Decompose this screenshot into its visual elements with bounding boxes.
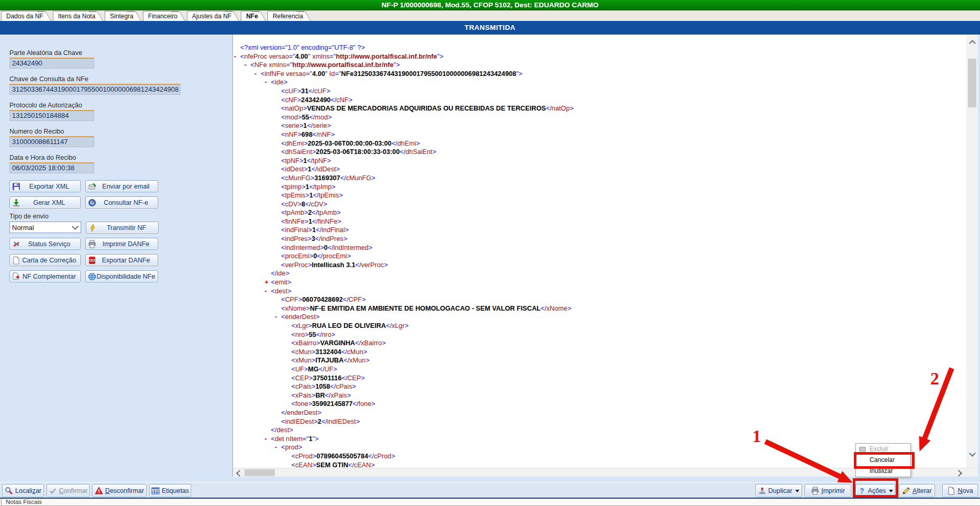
xml-collapse-marker[interactable]: - [265, 78, 267, 87]
printer-icon [811, 487, 819, 495]
xml-line: <nro>55</nro> [233, 331, 965, 339]
tab-label: Financeiro [148, 13, 177, 20]
xml-line: <serie>1</serie> [233, 122, 965, 130]
xml-line: <?xml version="1.0" encoding="UTF-8" ?> [233, 43, 965, 52]
field-label-parte-aleatoria: Parte Aleatória da Chave [9, 49, 232, 58]
xml-line: <indPres>3</indPres> [233, 235, 965, 244]
generate-xml-icon [12, 199, 20, 207]
xml-line: <cNF>24342490</cNF> [233, 96, 965, 105]
scroll-up-icon[interactable] [969, 40, 976, 47]
xml-collapse-marker[interactable]: - [244, 61, 247, 70]
xml-line: <procEmi>0</procEmi> [233, 252, 965, 261]
xml-line: -<nfeProc versao="4.00" xmlns="http://ww… [233, 52, 965, 61]
xml-line: <tpNF>1</tpNF> [233, 157, 965, 166]
xml-line: <nNF>698</nNF> [233, 130, 965, 139]
imprimir-danfe-button[interactable]: Imprimir DANFe [85, 238, 158, 250]
status-servico-button[interactable]: Status Serviço [9, 238, 81, 250]
nf-complementar-icon [12, 272, 20, 281]
xml-document: <?xml version="1.0" encoding="UTF-8" ?>-… [233, 35, 965, 468]
tab-financeiro[interactable]: Financeiro [143, 11, 179, 21]
pdf-icon [88, 256, 96, 265]
tipo-de-envio-value: Normal [12, 224, 73, 232]
xml-line: <dhSaiEnt>2025-03-06T18:00:33-03:00</dhS… [233, 148, 965, 157]
xml-collapse-marker[interactable]: - [265, 287, 267, 296]
xml-line: <natOp>VENDAS DE MERCADORIAS ADQUIRIDAS … [233, 104, 965, 113]
scroll-right-icon[interactable] [955, 470, 962, 477]
xml-collapse-marker[interactable]: - [265, 435, 267, 444]
etiquetas-button[interactable]: Etiquetas [149, 484, 191, 497]
sidebar: Parte Aleatória da Chave 24342490 Chave … [0, 35, 232, 482]
exportar-danfe-button[interactable]: Exportar DANFe [85, 254, 158, 266]
field-numero-recibo[interactable]: 310000086611147 [9, 136, 94, 147]
tab-label: NFe [246, 13, 258, 20]
tab-label: Referencia [273, 13, 303, 20]
nf-complementar-button[interactable]: NF Complementar [9, 270, 81, 282]
enviar-por-email-button[interactable]: Enviar por email [85, 180, 158, 192]
field-label-numero-recibo: Numero do Recibo [9, 128, 232, 136]
tab-ajustes-da-nf[interactable]: Ajustes da NF [187, 11, 232, 21]
xml-collapse-marker[interactable]: - [254, 70, 257, 79]
status-bar: Notas Fiscais [0, 499, 980, 506]
xml-line: -<NFe xmlns="http://www.portalfiscal.inf… [233, 61, 965, 70]
xml-line: <xNome>NF-E EMITIDA EM AMBIENTE DE HOMOL… [233, 304, 965, 313]
confirmar-button[interactable]: Confirmar [47, 484, 90, 497]
annotation-box-acoes [853, 478, 898, 498]
xml-line: +<emit> [233, 278, 965, 287]
scroll-down-icon[interactable] [969, 450, 976, 457]
button-label: Exportar DANFe [96, 257, 155, 264]
duplicar-button[interactable]: Duplicar [755, 484, 802, 497]
vertical-scrollbar-thumb[interactable] [968, 59, 976, 107]
xml-line: <cMunFG>3169307</cMunFG> [233, 174, 965, 183]
field-protocolo[interactable]: 131250150184884 [9, 110, 94, 121]
duplicate-stamp-icon [758, 487, 766, 495]
letter-page-icon [12, 256, 20, 265]
exportar-xml-button[interactable]: Exportar XML [9, 180, 81, 192]
desconfirmar-button[interactable]: Desconfirmar [92, 484, 147, 497]
xml-collapse-marker[interactable]: - [275, 313, 277, 322]
field-parte-aleatoria[interactable]: 24342490 [9, 58, 94, 69]
gerar-xml-button[interactable]: Gerar XML [9, 196, 81, 208]
xml-line: <fone>35992145877</fone> [233, 400, 965, 409]
localizar-button[interactable]: Localizar [2, 484, 44, 497]
carta-de-correcao-button[interactable]: Carta de Correção [9, 254, 81, 266]
bottom-toolbar: Localizar Confirmar Desconfirmar Etiquet… [0, 482, 980, 498]
chevron-down-icon [72, 223, 79, 230]
field-data-hora-recibo[interactable]: 06/03/2025 18:00:38 [9, 162, 94, 173]
xml-line: </ide> [233, 269, 965, 278]
xml-line: <cPais>1058</cPais> [233, 382, 965, 391]
notas-fiscais-tab[interactable]: Notas Fiscais [1, 499, 980, 506]
tab-sintegra[interactable]: Sintegra [105, 11, 135, 21]
tab-nfe[interactable]: NFe [241, 11, 259, 21]
tab-itens-da-nota[interactable]: Itens da Nota [53, 11, 96, 21]
xml-line: <xBairro>VARGINHA</xBairro> [233, 339, 965, 348]
labels-grid-icon [151, 487, 160, 495]
xml-line: </dest> [233, 426, 965, 435]
annotation-box-cancelar [854, 452, 915, 469]
button-label: NF Complementar [20, 273, 78, 280]
horizontal-scrollbar-thumb[interactable] [244, 469, 275, 476]
consultar-nfe-button[interactable]: Consultar NF-e [85, 196, 158, 208]
alterar-button[interactable]: Alterar [899, 484, 935, 497]
nova-button[interactable]: Nova [942, 484, 978, 497]
tab-dados-da-nf[interactable]: Dados da NF [1, 11, 44, 21]
field-chave-consulta[interactable]: 3125033674431900017955001000000698124342… [9, 84, 181, 95]
imprimir-button[interactable]: Imprimir [805, 484, 851, 497]
xml-collapse-marker[interactable]: + [265, 278, 269, 287]
disponibilidade-nfe-button[interactable]: Disponibilidade NFe [85, 270, 158, 282]
xml-collapse-marker[interactable]: - [234, 52, 236, 61]
xml-line: <verProc>Intellicash 3.1</verProc> [233, 261, 965, 270]
button-label: Imprimir DANFe [96, 240, 155, 248]
tab-referencia[interactable]: Referencia [268, 11, 304, 21]
xml-collapse-marker[interactable]: - [275, 443, 277, 452]
tipo-de-envio-select[interactable]: Normal [9, 222, 81, 233]
xml-line: <xLgr>RUA LEO DE OLIVEIRA</xLgr> [233, 322, 965, 331]
button-label: Enviar por email [96, 183, 155, 190]
xml-line: <indIEDest>2</indIEDest> [233, 417, 965, 426]
vertical-scrollbar[interactable] [966, 35, 978, 468]
xml-line: <cMun>3132404</cMun> [233, 348, 965, 357]
transmitir-nf-button[interactable]: Transmitir NF [86, 222, 159, 234]
scroll-left-icon[interactable] [236, 470, 243, 477]
xml-line: <dhEmi>2025-03-06T00:00:00-03:00</dhEmi> [233, 139, 965, 148]
button-label: Consultar NF-e [96, 199, 155, 206]
xml-line: <xMun>ITAJUBA</xMun> [233, 356, 965, 365]
